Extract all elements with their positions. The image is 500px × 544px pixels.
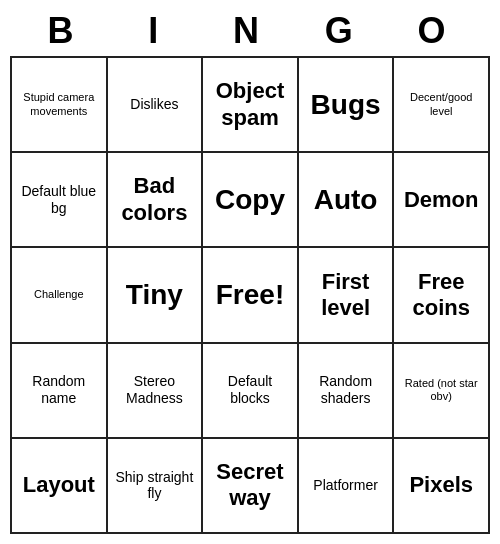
bingo-cell: Auto: [299, 153, 395, 248]
bingo-cell: Layout: [12, 439, 108, 534]
cell-text: Default blue bg: [16, 183, 102, 217]
bingo-cell: Default blocks: [203, 344, 299, 439]
cell-text: Layout: [23, 472, 95, 498]
cell-text: Secret way: [207, 459, 293, 512]
cell-text: Random name: [16, 373, 102, 407]
cell-text: Tiny: [126, 278, 183, 312]
bingo-cell: Stereo Madness: [108, 344, 204, 439]
bingo-cell: Secret way: [203, 439, 299, 534]
bingo-cell: Object spam: [203, 58, 299, 153]
cell-text: Platformer: [313, 477, 378, 494]
bingo-cell: Tiny: [108, 248, 204, 343]
cell-text: Rated (not star obv): [398, 377, 484, 403]
bingo-cell: Stupid camera movements: [12, 58, 108, 153]
cell-text: Default blocks: [207, 373, 293, 407]
cell-text: Copy: [215, 183, 285, 217]
bingo-letter: B: [18, 10, 111, 52]
bingo-letter: N: [204, 10, 297, 52]
bingo-cell: Decent/good level: [394, 58, 490, 153]
bingo-cell: Platformer: [299, 439, 395, 534]
bingo-cell: Bugs: [299, 58, 395, 153]
cell-text: Random shaders: [303, 373, 389, 407]
cell-text: Free coins: [398, 269, 484, 322]
bingo-cell: Default blue bg: [12, 153, 108, 248]
cell-text: Stereo Madness: [112, 373, 198, 407]
cell-text: Challenge: [34, 288, 84, 301]
bingo-cell: Copy: [203, 153, 299, 248]
bingo-letter: O: [389, 10, 482, 52]
bingo-cell: Bad colors: [108, 153, 204, 248]
cell-text: Free!: [216, 278, 284, 312]
bingo-cell: Rated (not star obv): [394, 344, 490, 439]
cell-text: Auto: [314, 183, 378, 217]
cell-text: Ship straight fly: [112, 469, 198, 503]
bingo-letter: I: [111, 10, 204, 52]
bingo-cell: Dislikes: [108, 58, 204, 153]
cell-text: First level: [303, 269, 389, 322]
bingo-grid: Stupid camera movementsDislikesObject sp…: [10, 56, 490, 534]
bingo-cell: Ship straight fly: [108, 439, 204, 534]
bingo-cell: Challenge: [12, 248, 108, 343]
cell-text: Dislikes: [130, 96, 178, 113]
bingo-cell: Random shaders: [299, 344, 395, 439]
bingo-cell: Pixels: [394, 439, 490, 534]
cell-text: Decent/good level: [398, 91, 484, 117]
cell-text: Bad colors: [112, 173, 198, 226]
bingo-cell: Random name: [12, 344, 108, 439]
bingo-cell: Free coins: [394, 248, 490, 343]
cell-text: Bugs: [311, 88, 381, 122]
cell-text: Object spam: [207, 78, 293, 131]
bingo-cell: Free!: [203, 248, 299, 343]
bingo-cell: First level: [299, 248, 395, 343]
bingo-cell: Demon: [394, 153, 490, 248]
cell-text: Demon: [404, 187, 479, 213]
bingo-title: BINGO: [10, 10, 490, 52]
cell-text: Pixels: [409, 472, 473, 498]
cell-text: Stupid camera movements: [16, 91, 102, 117]
bingo-letter: G: [296, 10, 389, 52]
